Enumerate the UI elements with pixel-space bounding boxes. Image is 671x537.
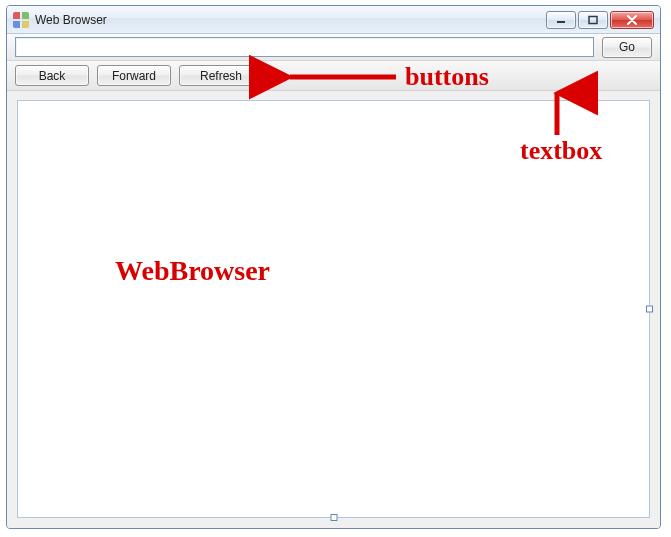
svg-rect-0 — [557, 21, 565, 23]
app-window: Web Browser — [6, 5, 661, 529]
close-button[interactable] — [610, 11, 654, 29]
close-icon — [625, 15, 639, 25]
svg-rect-1 — [589, 16, 597, 23]
forward-button[interactable]: Forward — [97, 65, 171, 86]
refresh-button[interactable]: Refresh — [179, 65, 263, 86]
minimize-button[interactable] — [546, 11, 576, 29]
resize-grip-south[interactable] — [330, 514, 337, 521]
window-buttons — [546, 11, 654, 29]
client-area: Go Back Forward Refresh — [7, 34, 660, 528]
webbrowser-control[interactable] — [17, 100, 650, 518]
minimize-icon — [555, 15, 567, 25]
nav-toolbar: Back Forward Refresh — [7, 61, 660, 91]
window-title: Web Browser — [35, 13, 107, 27]
address-bar: Go — [7, 34, 660, 61]
resize-grip-east[interactable] — [646, 306, 653, 313]
app-icon — [13, 12, 29, 28]
go-button[interactable]: Go — [602, 37, 652, 58]
back-button[interactable]: Back — [15, 65, 89, 86]
url-textbox[interactable] — [15, 37, 594, 57]
maximize-button[interactable] — [578, 11, 608, 29]
maximize-icon — [587, 15, 599, 25]
title-bar: Web Browser — [7, 6, 660, 34]
